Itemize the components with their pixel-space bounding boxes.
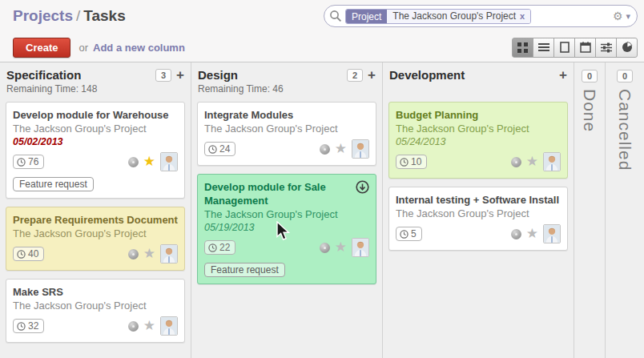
remaining-hours-badge[interactable]: 5 xyxy=(396,227,422,241)
task-card[interactable]: Integrate Modules The Jackson Group's Pr… xyxy=(197,102,376,166)
facet-category-label: Project xyxy=(346,10,387,23)
star-icon[interactable]: ★ xyxy=(526,156,538,167)
breadcrumb-projects-link[interactable]: Projects xyxy=(13,7,73,24)
card-project: The Jackson Group's Project xyxy=(396,207,561,220)
remaining-hours-badge[interactable]: 22 xyxy=(204,240,235,255)
kanban-state-icon[interactable] xyxy=(128,249,139,259)
column-title: Development xyxy=(389,68,465,82)
form-icon xyxy=(560,42,570,53)
star-icon[interactable]: ★ xyxy=(526,228,538,239)
kanban-state-icon[interactable] xyxy=(320,144,330,155)
column-title: Design xyxy=(198,68,238,82)
column-title: Specification xyxy=(6,68,81,82)
calendar-icon xyxy=(580,42,591,53)
card-project: The Jackson Group's Project xyxy=(204,122,369,135)
column-title-vertical[interactable]: Cancelled xyxy=(615,89,634,171)
create-button[interactable]: Create xyxy=(13,38,70,58)
avatar[interactable] xyxy=(543,152,561,171)
column-header[interactable]: Specification 3 + xyxy=(0,62,191,83)
column-header[interactable]: Development + xyxy=(383,62,574,83)
task-card[interactable]: Develop module for Sale Management The J… xyxy=(197,174,376,284)
column-design: Design 2 + Remaining Time: 46 Integrate … xyxy=(191,62,383,358)
avatar[interactable] xyxy=(543,224,561,243)
avatar[interactable] xyxy=(352,139,369,159)
chevron-down-icon[interactable]: ▾ xyxy=(626,11,630,22)
breadcrumb-row: Projects/Tasks Project The Jackson Group… xyxy=(0,0,644,32)
card-project: The Jackson Group's Project xyxy=(396,122,561,135)
remaining-hours-badge[interactable]: 32 xyxy=(13,319,44,333)
task-card[interactable]: Prepare Requirements Document The Jackso… xyxy=(6,207,185,271)
add-card-button[interactable]: + xyxy=(559,70,567,81)
card-title: Prepare Requirements Document xyxy=(13,213,178,227)
kanban-state-icon[interactable] xyxy=(511,157,521,167)
task-card[interactable]: Budget Planning The Jackson Group's Proj… xyxy=(388,102,568,179)
card-title: Integrate Modules xyxy=(204,108,369,122)
task-card[interactable]: Internal testing + Software Install The … xyxy=(388,187,568,251)
gantt-view-button[interactable] xyxy=(595,38,617,58)
card-dropdown-arrow-icon[interactable] xyxy=(356,180,369,194)
column-done-folded[interactable]: 0 Done xyxy=(574,62,606,358)
column-count-badge: 0 xyxy=(617,70,633,82)
add-card-button[interactable]: + xyxy=(368,70,376,81)
card-project: The Jackson Group's Project xyxy=(13,122,178,135)
star-icon[interactable]: ★ xyxy=(335,143,347,155)
tag-badge: Feature request xyxy=(204,263,285,277)
task-card[interactable]: Make SRS The Jackson Group's Project 32 … xyxy=(6,279,185,343)
or-label: or xyxy=(78,42,88,54)
column-title-vertical[interactable]: Done xyxy=(580,89,599,132)
kanban-state-icon[interactable] xyxy=(128,321,139,332)
calendar-view-button[interactable] xyxy=(574,38,596,58)
facet-remove-button[interactable]: x xyxy=(520,11,525,21)
list-view-button[interactable] xyxy=(533,38,554,58)
gear-icon[interactable]: ⚙ xyxy=(613,10,623,22)
avatar[interactable] xyxy=(160,316,178,336)
avatar[interactable] xyxy=(352,238,369,257)
add-card-button[interactable]: + xyxy=(176,70,184,81)
star-icon[interactable]: ★ xyxy=(143,156,155,167)
column-cancelled-folded[interactable]: 0 Cancelled xyxy=(606,62,644,358)
card-title: Internal testing + Software Install xyxy=(396,193,561,207)
add-new-column-link[interactable]: Add a new column xyxy=(93,42,185,54)
remaining-hours-badge[interactable]: 24 xyxy=(204,142,235,156)
remaining-hours-badge[interactable]: 40 xyxy=(13,247,44,261)
gantt-icon xyxy=(601,42,612,53)
remaining-hours-badge[interactable]: 10 xyxy=(396,155,427,169)
graph-view-button[interactable] xyxy=(616,38,638,58)
column-count-badge: 0 xyxy=(582,70,598,82)
clock-icon xyxy=(400,158,409,167)
form-view-button[interactable] xyxy=(553,38,575,58)
breadcrumb: Projects/Tasks xyxy=(13,7,126,25)
search-icon xyxy=(329,10,342,22)
column-count-badge: 2 xyxy=(347,69,363,82)
column-header[interactable]: Design 2 + xyxy=(191,62,382,83)
clock-icon xyxy=(17,158,26,167)
facet-value-text: The Jackson Group's Project xyxy=(392,10,516,22)
column-count-badge: 3 xyxy=(155,69,171,82)
kanban-grid-icon xyxy=(517,42,528,53)
card-title: Make SRS xyxy=(13,285,178,299)
star-icon[interactable]: ★ xyxy=(143,248,155,259)
star-icon[interactable]: ★ xyxy=(335,242,347,253)
kanban-view-button[interactable] xyxy=(512,38,533,58)
avatar[interactable] xyxy=(160,244,178,263)
page-title: Tasks xyxy=(83,7,125,24)
kanban-state-icon[interactable] xyxy=(128,157,139,167)
search-facet[interactable]: Project The Jackson Group's Project x xyxy=(345,9,531,24)
column-specification: Specification 3 + Remaining Time: 148 De… xyxy=(0,62,191,358)
top-header: Projects/Tasks Project The Jackson Group… xyxy=(0,0,644,62)
card-title: Develop module for Sale Management xyxy=(204,180,369,207)
star-icon[interactable]: ★ xyxy=(143,320,155,332)
task-card[interactable]: Develop module for Warehouse The Jackson… xyxy=(6,102,185,199)
kanban-state-icon[interactable] xyxy=(511,229,521,239)
breadcrumb-separator: / xyxy=(73,7,83,24)
kanban-state-icon[interactable] xyxy=(320,243,330,253)
view-switcher xyxy=(512,38,638,58)
clock-icon xyxy=(17,322,26,331)
remaining-hours-badge[interactable]: 76 xyxy=(13,155,44,169)
search-bar[interactable]: Project The Jackson Group's Project x ⚙ … xyxy=(324,5,638,27)
tag-badge: Feature request xyxy=(13,177,94,191)
column-subtitle: Remaining Time: 46 xyxy=(191,83,382,99)
card-title: Budget Planning xyxy=(396,108,561,122)
avatar[interactable] xyxy=(160,152,178,171)
card-project: The Jackson Group's Project xyxy=(13,227,178,240)
